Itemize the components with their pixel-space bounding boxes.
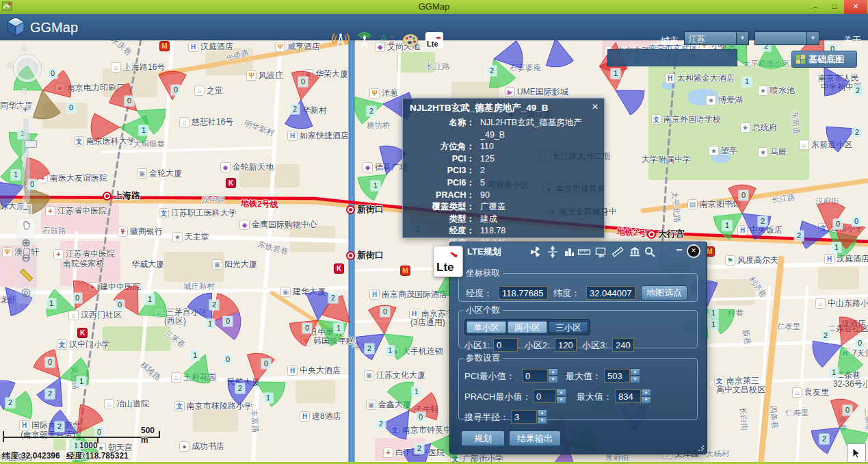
magnify-in-icon[interactable]: ⊕ xyxy=(17,235,35,250)
minimize-button[interactable]: – xyxy=(806,0,825,14)
popup-row-value: 5 xyxy=(480,177,485,190)
cell3-input[interactable] xyxy=(612,338,634,352)
pci-max-input[interactable] xyxy=(604,369,630,383)
zoom-track[interactable] xyxy=(23,118,29,203)
pci-max-spinner[interactable]: ▲▼ xyxy=(630,368,640,383)
lte-badge-text: Lte xyxy=(436,261,454,274)
cell3-label: 小区3: xyxy=(582,339,607,352)
spin-down[interactable]: ▼ xyxy=(548,376,558,383)
map-pick-button[interactable]: 地图选点 xyxy=(641,285,687,300)
spin-up[interactable]: ▲ xyxy=(641,389,651,396)
three-cell-button[interactable]: 三小区 xyxy=(549,321,588,333)
zoom-in-button[interactable]: + xyxy=(18,104,32,115)
map-label: +白下区中医院 xyxy=(383,447,445,459)
magnify-out-icon[interactable]: ⊖ xyxy=(17,250,35,266)
plan-button[interactable]: 规划 xyxy=(461,430,505,446)
pan-up-icon[interactable]: ∧ xyxy=(21,42,28,53)
prach-min-spinner[interactable]: ▲▼ xyxy=(556,389,566,404)
zoom-handle[interactable] xyxy=(25,140,37,148)
sector-id-badge: 1 xyxy=(385,346,395,356)
spin-down[interactable]: ▼ xyxy=(641,396,651,404)
com-icon: ⌂ xyxy=(799,140,809,150)
palette-icon[interactable] xyxy=(400,30,421,51)
popup-row-value: 建成 xyxy=(480,214,497,226)
spin-up[interactable]: ▲ xyxy=(630,368,640,376)
about-link[interactable]: 关于 xyxy=(843,34,861,47)
fan-icon[interactable] xyxy=(529,246,542,258)
map-label-text: (南京朝天宫店) xyxy=(21,429,75,441)
radius-input[interactable] xyxy=(511,410,537,424)
map-zoom-slider[interactable]: + − xyxy=(18,104,32,215)
prach-max-spinner[interactable]: ▲▼ xyxy=(641,389,651,404)
map-label-text: 南医大友谊医院 xyxy=(50,172,107,184)
search-icon[interactable] xyxy=(644,246,656,258)
window-title: GGMap xyxy=(0,1,868,12)
dialog-close-button[interactable]: ✕ xyxy=(687,244,700,258)
map-label: 长江路 xyxy=(426,62,450,72)
spin-up[interactable]: ▲ xyxy=(537,409,547,417)
map-label-text: 东箭道小区 xyxy=(811,139,852,151)
pan-left-icon[interactable]: < xyxy=(7,60,12,70)
city-select[interactable]: 江苏 ▼ xyxy=(684,31,749,45)
spin-up[interactable]: ▲ xyxy=(556,389,566,396)
region-select[interactable]: ▼ xyxy=(754,31,819,45)
sector-id-badge: 1 xyxy=(709,320,718,330)
prach-max-input[interactable] xyxy=(615,389,641,403)
chevron-down-icon[interactable]: ▼ xyxy=(806,32,819,44)
map-label: ⌂上海路16号 xyxy=(111,62,165,73)
dialog-minimize-button[interactable]: – xyxy=(674,244,684,256)
resize-grip[interactable] xyxy=(698,445,705,452)
window-titlebar[interactable]: GGMap – □ ✕ xyxy=(0,0,868,14)
lat-input[interactable] xyxy=(586,286,635,300)
sector-id-badge: 2 xyxy=(45,389,55,399)
two-cell-button[interactable]: 两小区 xyxy=(508,321,547,333)
measure-icon[interactable] xyxy=(577,246,590,258)
map-label-text: 南京商茂国际酒店 xyxy=(382,289,447,300)
sector-id-badge: 2 xyxy=(821,331,830,341)
com-icon: ⌂ xyxy=(171,372,181,383)
split-arrows-icon[interactable] xyxy=(547,246,559,258)
locate-icon[interactable]: ◎ xyxy=(17,285,35,300)
prach-min-input[interactable] xyxy=(533,389,556,403)
ruler-icon[interactable] xyxy=(611,246,624,258)
map-label: ¥徽商银行 xyxy=(118,226,163,237)
lng-input[interactable] xyxy=(499,286,548,300)
signal-tower-green-icon[interactable] xyxy=(354,30,375,51)
pci-min-spinner[interactable]: ▲▼ xyxy=(548,368,558,383)
pan-ring[interactable] xyxy=(14,55,41,82)
sector-id-badge: 1 xyxy=(742,77,752,87)
map-tool-panel: ⊕ ⊖ ◎ xyxy=(16,218,36,304)
radius-spinner[interactable]: ▲▼ xyxy=(537,409,547,424)
hand-tool-icon[interactable] xyxy=(17,219,35,234)
spin-up[interactable]: ▲ xyxy=(548,368,558,376)
spin-down[interactable]: ▼ xyxy=(556,396,566,404)
restore-button[interactable]: □ xyxy=(825,0,844,14)
city-select-value: 江苏 xyxy=(685,32,736,44)
lte-toolbar-icon[interactable]: Lte xyxy=(424,30,445,51)
map-pan-control[interactable]: ∧ < > ∨ xyxy=(4,42,42,100)
ruler-tool-icon[interactable] xyxy=(20,268,33,281)
basemap-button[interactable]: 基础底图 xyxy=(791,51,857,68)
lte-icon-text: Lte xyxy=(427,40,438,48)
cell1-input[interactable] xyxy=(493,338,518,352)
popup-close-icon[interactable]: ✕ xyxy=(592,102,599,112)
result-output-button[interactable]: 结果输出 xyxy=(509,430,561,446)
sch-icon: 文 xyxy=(174,401,185,411)
signal-tower-orange-icon[interactable] xyxy=(330,30,351,51)
bank-icon[interactable] xyxy=(629,246,641,258)
cell2-input[interactable] xyxy=(555,338,577,352)
bar-chart-icon[interactable] xyxy=(563,246,575,258)
export-view-icon[interactable] xyxy=(594,246,607,258)
layer-shapes-icon[interactable]: △○ □✕ xyxy=(378,30,398,51)
chevron-down-icon[interactable]: ▼ xyxy=(736,32,748,44)
spin-down[interactable]: ▼ xyxy=(537,417,547,424)
map-label: Ψ咸亨酒店 xyxy=(275,41,320,53)
map-label: ⌂慈悲社16号 xyxy=(179,116,233,128)
pci-min-input[interactable] xyxy=(522,369,548,383)
zoom-out-button[interactable]: − xyxy=(18,204,32,215)
spin-down[interactable]: ▼ xyxy=(630,376,640,383)
grid-icon xyxy=(796,55,805,64)
pan-down-icon[interactable]: ∨ xyxy=(21,85,28,95)
single-cell-button[interactable]: 单小区 xyxy=(466,321,506,333)
close-button[interactable]: ✕ xyxy=(844,0,867,14)
